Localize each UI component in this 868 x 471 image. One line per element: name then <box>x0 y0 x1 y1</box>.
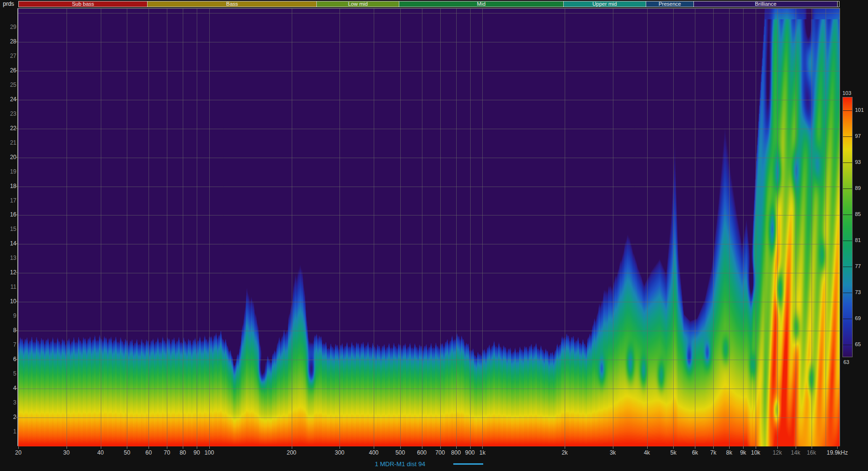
x-axis-label-100: 100 <box>204 449 214 456</box>
colorbar-min-label: 63 <box>843 359 849 365</box>
x-axis-label-800: 800 <box>451 449 461 456</box>
colorbar-tick-label-73: 73 <box>855 289 861 295</box>
band-label: Low mid <box>348 1 368 7</box>
x-axis-label-7k: 7k <box>710 449 717 456</box>
y-axis-label-18: 18 <box>3 183 16 189</box>
y-axis-label-14: 14 <box>3 240 16 247</box>
y-axis-label-17: 17 <box>3 197 16 204</box>
y-tick <box>16 417 18 417</box>
y-tick <box>16 186 18 187</box>
band-segment-upper-mid: Upper mid <box>564 1 646 7</box>
x-axis-label-1k: 1k <box>479 449 486 456</box>
y-axis-label-7: 7 <box>3 341 16 348</box>
x-axis-label-300: 300 <box>335 449 344 456</box>
x-axis-label-500: 500 <box>395 449 405 456</box>
y-tick <box>16 99 18 100</box>
x-tick <box>292 446 292 449</box>
x-tick <box>812 446 812 449</box>
y-axis-label-3: 3 <box>3 399 16 406</box>
colorbar-tick <box>843 162 852 163</box>
colorbar-tick <box>843 110 852 111</box>
y-tick <box>16 301 18 302</box>
plot-area[interactable] <box>18 8 840 446</box>
x-axis-label-6k: 6k <box>692 449 698 456</box>
x-tick <box>149 446 149 449</box>
y-axis-label-24: 24 <box>3 96 16 103</box>
x-tick <box>613 446 613 449</box>
y-axis-label-12: 12 <box>3 269 16 276</box>
x-tick <box>837 446 838 449</box>
colorbar-tick <box>843 188 852 189</box>
y-axis-label-28: 28 <box>3 38 16 45</box>
x-axis-label-40: 40 <box>97 449 104 456</box>
y-tick <box>16 215 18 215</box>
x-tick <box>422 446 422 449</box>
x-tick <box>67 446 67 449</box>
y-tick <box>16 243 18 244</box>
x-axis-label-5k: 5k <box>670 449 677 456</box>
spectrogram-canvas[interactable] <box>18 9 840 446</box>
band-segment-mid: Mid <box>399 1 564 7</box>
colorbar-tick-label-77: 77 <box>855 263 861 269</box>
x-tick <box>729 446 730 449</box>
x-axis-label-30: 30 <box>63 449 69 456</box>
colorbar-tick <box>843 136 852 137</box>
x-tick <box>796 446 796 449</box>
x-tick <box>713 446 714 449</box>
y-tick <box>16 157 18 158</box>
x-axis-label-9k: 9k <box>740 449 746 456</box>
y-axis-label-10: 10 <box>3 298 16 305</box>
colorbar-tick-label-65: 65 <box>855 341 861 347</box>
y-axis-label-13: 13 <box>3 255 16 261</box>
x-tick <box>482 446 483 449</box>
x-tick <box>18 446 19 449</box>
band-label: Upper mid <box>592 1 617 7</box>
band-segment-brilliance: Brilliance <box>694 1 838 7</box>
x-axis-label-80: 80 <box>179 449 186 456</box>
y-axis-label-5: 5 <box>3 370 16 377</box>
band-label: Mid <box>477 1 486 7</box>
y-axis-label-19: 19 <box>3 168 16 175</box>
x-axis-label-20: 20 <box>15 449 21 456</box>
y-axis-label-11: 11 <box>3 283 16 290</box>
x-axis-label-900: 900 <box>465 449 475 456</box>
x-tick <box>197 446 197 449</box>
x-tick <box>470 446 471 449</box>
y-axis-label-20: 20 <box>3 154 16 161</box>
x-tick <box>209 446 210 449</box>
x-tick <box>440 446 441 449</box>
y-axis-label-25: 25 <box>3 81 16 88</box>
colorbar-tick-label-97: 97 <box>855 133 861 139</box>
y-axis-label-15: 15 <box>3 226 16 232</box>
x-axis-label-600: 600 <box>417 449 427 456</box>
band-segment-presence: Presence <box>646 1 694 7</box>
y-axis-label-9: 9 <box>3 312 16 319</box>
band-label: Brilliance <box>755 1 776 7</box>
y-axis-label-2: 2 <box>3 414 16 420</box>
y-axis-label-26: 26 <box>3 67 16 74</box>
legend-entry-label[interactable]: 1 MDR-M1 dist 94 <box>375 460 425 468</box>
y-axis-label-4: 4 <box>3 385 16 391</box>
x-axis-label-60: 60 <box>146 449 152 456</box>
x-tick <box>673 446 674 449</box>
band-segment-low-mid: Low mid <box>317 1 399 7</box>
y-axis-label-22: 22 <box>3 125 16 132</box>
x-tick <box>456 446 457 449</box>
x-axis-label-14k: 14k <box>791 449 800 456</box>
band-label: Bass <box>226 1 238 7</box>
x-tick <box>647 446 648 449</box>
x-axis-label-50: 50 <box>124 449 130 456</box>
colorbar[interactable] <box>842 97 853 357</box>
x-tick <box>374 446 374 449</box>
x-axis-label-700: 700 <box>435 449 445 456</box>
y-axis-label-29: 29 <box>3 24 16 30</box>
colorbar-tick-label-93: 93 <box>855 159 861 165</box>
y-axis-label-16: 16 <box>3 211 16 218</box>
y-tick <box>16 388 18 389</box>
frequency-bands-bar: Sub bassBassLow midMidUpper midPresenceB… <box>18 1 840 7</box>
y-axis-label-23: 23 <box>3 110 16 117</box>
colorbar-tick <box>843 345 852 345</box>
colorbar-tick-label-69: 69 <box>855 315 861 321</box>
plot-border-right <box>840 8 840 446</box>
y-tick <box>16 41 18 42</box>
